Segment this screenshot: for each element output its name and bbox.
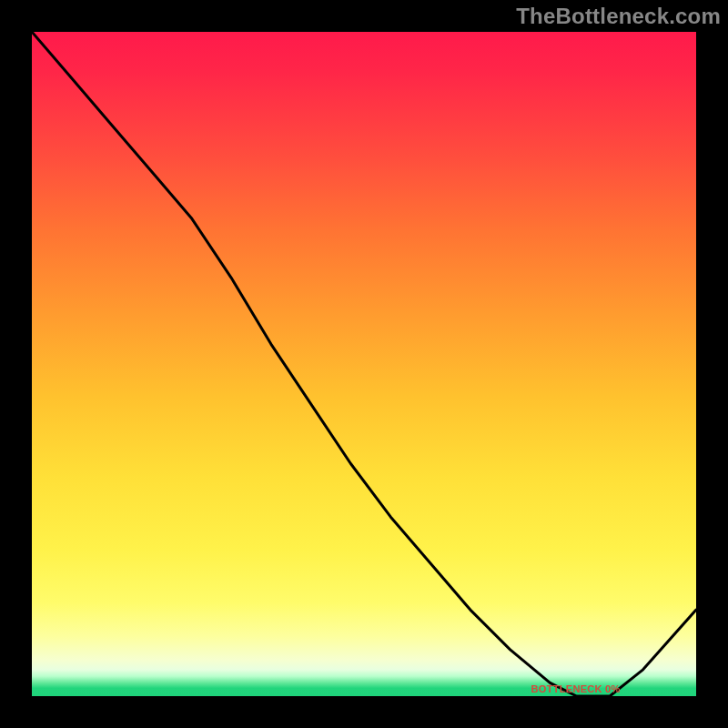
heat-gradient: [32, 32, 696, 696]
chart-canvas: TheBottleneck.com BOTTLENECK 0%: [0, 0, 728, 728]
watermark-text: TheBottleneck.com: [516, 4, 721, 29]
plot-area: BOTTLENECK 0%: [32, 32, 696, 696]
